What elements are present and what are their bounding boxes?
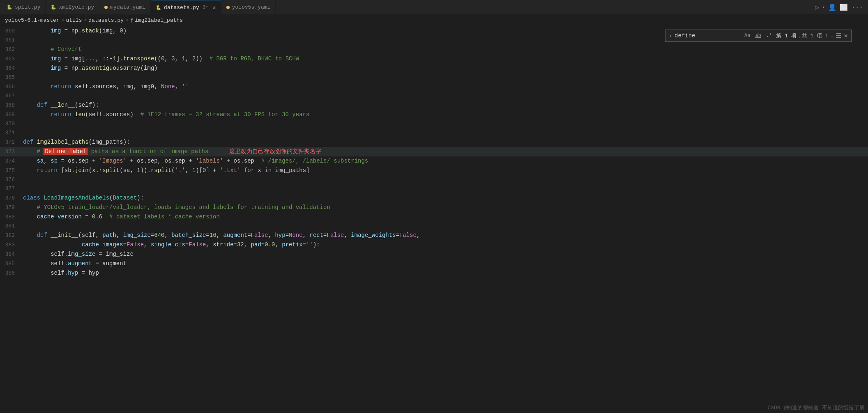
line-number-360: 360 (0, 27, 21, 36)
line-content-373: # Define label paths as a function of im… (21, 147, 868, 156)
split-editor-icon[interactable]: ⬜ (840, 3, 848, 11)
run-dropdown-icon[interactable]: ▾ (822, 5, 825, 10)
tab-icon-split: 🐍 (7, 5, 12, 10)
tab-icon-datasets: 🐍 (156, 5, 161, 10)
code-line-365: 365 (0, 73, 868, 82)
search-next-btn[interactable]: ↓ (830, 32, 834, 39)
code-line-372: 372 def img2label_paths(img_paths): (0, 138, 868, 147)
code-line-369: 369 return len(self.sources) # 1E12 fram… (0, 110, 868, 119)
line-number-381: 381 (0, 222, 21, 231)
search-result-text: 第 1 项，共 1 项 (776, 32, 822, 39)
search-input[interactable] (675, 32, 740, 39)
line-content-383: cache_images=False, single_cls=False, st… (21, 240, 868, 249)
tab-label-xml2yolo: xml2yolo.py (59, 4, 94, 10)
more-icon[interactable]: ··· (851, 4, 863, 11)
line-number-377: 377 (0, 184, 21, 193)
code-line-373: 373 # Define label paths as a function o… (0, 147, 868, 156)
code-line-371: 371 (0, 128, 868, 138)
search-box: › Aa ab .* 第 1 项，共 1 项 ↑ ↓ ☰ ✕ (665, 30, 852, 42)
line-content-382: def __init__(self, path, img_size=640, b… (21, 231, 868, 240)
line-content-366: return self.sources, img, img0, None, '' (21, 82, 868, 91)
code-line-364: 364 img = np.ascontiguousarray(img) (0, 64, 868, 73)
line-number-379: 379 (0, 203, 21, 212)
code-line-382: 382 def __init__(self, path, img_size=64… (0, 231, 868, 240)
code-line-367: 367 (0, 92, 868, 101)
line-content-384: self.img_size = img_size (21, 250, 868, 259)
account-icon[interactable]: 👤 (828, 3, 836, 11)
line-number-363: 363 (0, 55, 21, 64)
tab-modified-dot-yolov5s (226, 6, 230, 9)
tab-mydata-yaml[interactable]: mydata.yaml (99, 0, 151, 15)
code-line-381: 381 (0, 222, 868, 231)
tab-label-datasets: datasets.py (164, 5, 199, 11)
tab-datasets-py[interactable]: 🐍 datasets.py 9+ ✕ (151, 0, 221, 15)
line-number-384: 384 (0, 250, 21, 259)
line-number-364: 364 (0, 64, 21, 73)
search-close-btn[interactable]: ✕ (844, 32, 848, 40)
code-line-379: 379 # YOLOv5 train_loader/val_loader, lo… (0, 203, 868, 212)
line-number-374: 374 (0, 157, 21, 166)
function-icon: ƒ (130, 18, 133, 23)
breadcrumb-part-2[interactable]: datasets.py (88, 17, 124, 23)
breadcrumb-sep-1: > (83, 17, 87, 23)
line-content-364: img = np.ascontiguousarray(img) (21, 64, 868, 73)
line-content-369: return len(self.sources) # 1E12 frames =… (21, 110, 868, 119)
whole-word-btn[interactable]: ab (754, 32, 763, 39)
line-number-386: 386 (0, 269, 21, 278)
tab-label-yolov5s: yolov5s.yaml (232, 4, 271, 10)
line-content-374: sa, sb = os.sep + 'Images' + os.sep, os.… (21, 156, 868, 165)
tab-bar-right: ▷ ▾ 👤 ⬜ ··· (815, 3, 866, 11)
breadcrumb-part-0[interactable]: yolov5-6.1-master (5, 17, 60, 23)
code-line-384: 384 self.img_size = img_size (0, 250, 868, 259)
tab-xml2yolo-py[interactable]: 🐍 xml2yolo.py (46, 0, 99, 15)
line-content-368: def __len__(self): (21, 101, 868, 110)
line-number-375: 375 (0, 166, 21, 175)
line-number-366: 366 (0, 83, 21, 92)
line-number-380: 380 (0, 213, 21, 222)
breadcrumb-part-3[interactable]: img2label_paths (135, 17, 183, 23)
line-content-378: class LoadImagesAndLabels(Dataset): (21, 193, 868, 202)
tab-yolov5s-yaml[interactable]: yolov5s.yaml (221, 0, 276, 15)
code-line-385: 385 self.augment = augment (0, 259, 868, 268)
code-line-377: 377 (0, 184, 868, 193)
code-line-375: 375 return [sb.join(x.rsplit(sa, 1)).rsp… (0, 166, 868, 175)
tab-bar: 🐍 split.py 🐍 xml2yolo.py mydata.yaml 🐍 d… (0, 0, 868, 15)
line-number-368: 368 (0, 101, 21, 110)
tab-label-mydata: mydata.yaml (110, 4, 145, 10)
code-line-363: 363 img = img[..., ::-1].transpose((0, 3… (0, 54, 868, 64)
line-number-385: 385 (0, 259, 21, 268)
run-icon[interactable]: ▷ (815, 3, 819, 11)
tab-split-py[interactable]: 🐍 split.py (2, 0, 46, 15)
line-number-367: 367 (0, 92, 21, 101)
code-line-374: 374 sa, sb = os.sep + 'Images' + os.sep,… (0, 156, 868, 166)
search-chevron-icon[interactable]: › (669, 33, 672, 39)
breadcrumb-part-1[interactable]: utils (66, 17, 82, 23)
line-number-361: 361 (0, 36, 21, 45)
line-number-373: 373 (0, 147, 21, 156)
code-line-380: 380 cache_version = 0.6 # dataset labels… (0, 212, 868, 222)
regex-btn[interactable]: .* (764, 32, 774, 39)
line-number-370: 370 (0, 119, 21, 128)
line-number-376: 376 (0, 175, 21, 184)
breadcrumb: yolov5-6.1-master > utils > datasets.py … (0, 15, 868, 26)
line-number-382: 382 (0, 231, 21, 240)
editor: › Aa ab .* 第 1 项，共 1 项 ↑ ↓ ☰ ✕ 360 img =… (0, 26, 868, 413)
watermark: CSDN @知道的都知道 不知道的慢慢了解 (767, 404, 865, 411)
line-content-386: self.hyp = hyp (21, 268, 868, 278)
case-sensitive-btn[interactable]: Aa (743, 32, 752, 39)
line-content-375: return [sb.join(x.rsplit(sa, 1)).rsplit(… (21, 166, 868, 175)
search-list-btn[interactable]: ☰ (836, 32, 841, 40)
line-number-365: 365 (0, 73, 21, 82)
line-number-372: 372 (0, 138, 21, 147)
code-area: 360 img = np.stack(img, 0) 361 362 # Con… (0, 26, 868, 413)
tab-close-datasets[interactable]: ✕ (212, 4, 216, 11)
line-number-371: 371 (0, 128, 21, 138)
search-prev-btn[interactable]: ↑ (824, 32, 829, 39)
line-number-378: 378 (0, 194, 21, 203)
tab-label-split: split.py (15, 4, 40, 10)
code-line-376: 376 (0, 175, 868, 184)
line-content-385: self.augment = augment (21, 259, 868, 268)
define-label-highlight: Define label (44, 148, 87, 155)
code-line-366: 366 return self.sources, img, img0, None… (0, 82, 868, 92)
line-number-383: 383 (0, 241, 21, 250)
